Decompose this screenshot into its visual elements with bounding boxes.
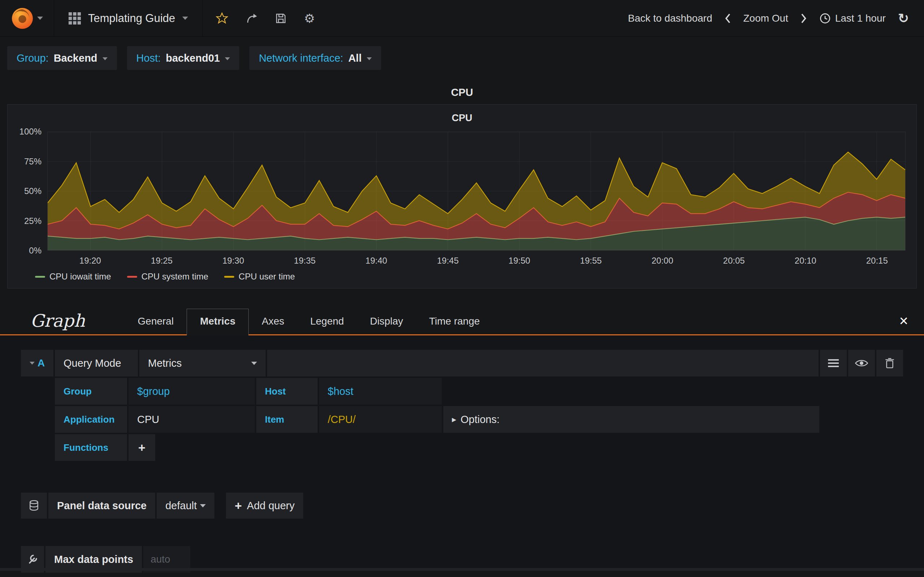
x-tick-label: 20:00	[651, 256, 673, 266]
navbar: Templating Guide ⚙ Back to d	[0, 0, 924, 37]
legend-swatch-icon	[127, 276, 137, 278]
query-row-application-item: Application CPU Item /CPU/ ▸ Options:	[55, 406, 903, 433]
query-row-group-host: Group $group Host $host	[55, 378, 903, 405]
chevron-right-icon	[801, 13, 807, 24]
next-row-strip	[0, 568, 924, 571]
settings-button[interactable]: ⚙	[304, 12, 315, 24]
time-shift-forward-button[interactable]	[801, 13, 807, 24]
application-label: Application	[55, 406, 127, 433]
query-toggle-visibility-button[interactable]	[848, 350, 875, 377]
graph-panel: CPU 100% 75% 50% 25% 0% 19:2019:2519:301…	[7, 104, 917, 288]
datasource-dropdown[interactable]: default	[157, 493, 215, 519]
dashboard-grid-icon	[69, 12, 81, 24]
legend-item-iowait[interactable]: CPU iowait time	[35, 272, 111, 282]
query-ref-id: A	[37, 357, 45, 369]
x-tick-label: 19:55	[580, 256, 602, 266]
legend-item-user[interactable]: CPU user time	[224, 272, 295, 282]
y-tick-label: 0%	[29, 246, 42, 256]
zoom-out-button[interactable]: Zoom Out	[743, 13, 788, 24]
tab-metrics[interactable]: Metrics	[187, 309, 249, 335]
grafana-logo-icon	[11, 7, 34, 29]
x-axis: 19:2019:2519:3019:3519:4019:4519:5019:55…	[47, 253, 906, 270]
legend-swatch-icon	[35, 276, 45, 278]
panel-header-title[interactable]: CPU	[0, 87, 924, 98]
legend-swatch-icon	[224, 276, 234, 278]
star-button[interactable]	[216, 12, 228, 24]
gear-icon: ⚙	[304, 12, 315, 24]
share-button[interactable]	[246, 13, 258, 24]
save-icon	[275, 13, 287, 24]
x-tick-label: 19:45	[437, 256, 459, 266]
x-tick-label: 20:15	[866, 256, 888, 266]
variable-netif-dropdown[interactable]: Network interface: All	[249, 46, 381, 70]
tab-time-range[interactable]: Time range	[416, 309, 493, 334]
query-mode-dropdown[interactable]: Metrics	[139, 350, 266, 377]
variable-host-dropdown[interactable]: Host: backend01	[127, 46, 240, 70]
x-tick-label: 19:40	[366, 256, 387, 266]
back-to-dashboard-button[interactable]: Back to dashboard	[628, 13, 712, 24]
dashboard-title: Templating Guide	[88, 12, 175, 25]
query-row-a: A Query Mode Metrics	[21, 350, 903, 377]
query-delete-button[interactable]	[876, 350, 903, 377]
panel-type-label: Graph	[30, 311, 85, 334]
chevron-right-icon: ▸	[452, 414, 456, 424]
chart-title: CPU	[8, 108, 916, 132]
grafana-menu-button[interactable]	[0, 0, 54, 36]
navbar-actions: ⚙	[216, 12, 315, 24]
refresh-icon: ↻	[898, 12, 909, 25]
x-tick-label: 20:10	[795, 256, 816, 266]
chart-area: 100% 75% 50% 25% 0%	[8, 132, 916, 251]
query-collapse-toggle[interactable]: A	[21, 350, 53, 377]
group-input[interactable]: $group	[129, 378, 255, 405]
tab-axes[interactable]: Axes	[249, 309, 297, 334]
chevron-down-icon	[182, 16, 188, 20]
star-icon	[216, 12, 228, 24]
dashboard-title-menu[interactable]: Templating Guide	[54, 0, 203, 36]
panel-editor-header: Graph General Metrics Axes Legend Displa…	[0, 309, 924, 335]
chart-legend: CPU iowait time CPU system time CPU user…	[8, 270, 916, 285]
item-input[interactable]: /CPU/	[319, 406, 442, 433]
chevron-left-icon	[724, 13, 731, 24]
time-picker-button[interactable]: Last 1 hour	[819, 13, 886, 24]
query-mode-label: Query Mode	[55, 350, 138, 377]
datasource-row: Panel data source default + Add query	[21, 493, 903, 519]
save-button[interactable]	[275, 13, 287, 24]
time-range-label: Last 1 hour	[835, 13, 886, 24]
refresh-button[interactable]: ↻	[898, 12, 909, 25]
share-icon	[246, 13, 258, 24]
tab-legend[interactable]: Legend	[297, 309, 357, 334]
tab-display[interactable]: Display	[357, 309, 416, 334]
application-input[interactable]: CPU	[129, 406, 255, 433]
x-tick-label: 19:35	[294, 256, 315, 266]
plus-icon: +	[234, 500, 242, 512]
add-query-button[interactable]: + Add query	[226, 493, 303, 519]
legend-item-system[interactable]: CPU system time	[127, 272, 208, 282]
variable-group-dropdown[interactable]: Group: Backend	[7, 46, 117, 70]
trash-icon	[884, 357, 895, 369]
chevron-down-icon	[37, 16, 43, 20]
query-row-filler	[267, 350, 819, 377]
chevron-down-icon	[102, 57, 108, 60]
chevron-down-icon	[251, 362, 257, 365]
host-label: Host	[256, 378, 318, 405]
query-menu-button[interactable]	[820, 350, 847, 377]
navbar-right: Back to dashboard Zoom Out Last 1 hour ↻	[628, 12, 924, 25]
y-tick-label: 75%	[24, 156, 42, 167]
query-row-functions: Functions +	[55, 434, 903, 461]
datasource-label: Panel data source	[48, 493, 155, 519]
chevron-down-icon	[200, 504, 206, 508]
host-input[interactable]: $host	[319, 378, 442, 405]
y-tick-label: 50%	[24, 186, 42, 196]
tab-general[interactable]: General	[125, 309, 187, 334]
add-function-button[interactable]: +	[129, 434, 155, 461]
functions-label: Functions	[55, 434, 127, 461]
datasource-icon-cell	[21, 493, 47, 519]
time-shift-back-button[interactable]	[724, 13, 731, 24]
chevron-down-icon	[367, 57, 372, 60]
options-toggle[interactable]: ▸ Options:	[443, 406, 819, 433]
chart-plot[interactable]	[47, 132, 906, 251]
x-tick-label: 19:50	[509, 256, 530, 266]
close-editor-button[interactable]: ×	[899, 313, 908, 334]
x-tick-label: 19:30	[222, 256, 244, 266]
wrench-icon	[27, 554, 38, 565]
